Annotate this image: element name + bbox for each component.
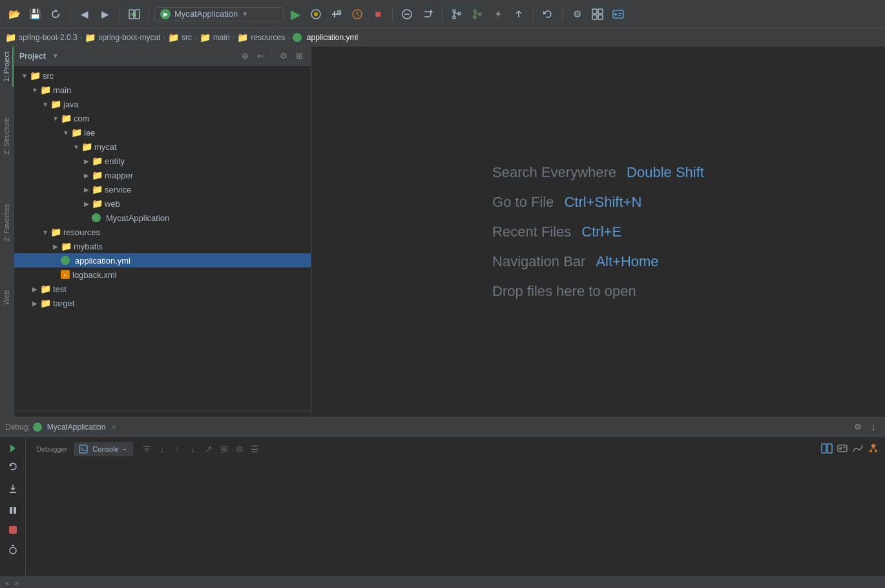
- tree-item-src[interactable]: 📁 src: [14, 68, 311, 83]
- expand-left-button[interactable]: «: [5, 579, 9, 587]
- view-breakpoints-button[interactable]: [4, 540, 22, 558]
- run-button[interactable]: ▶: [286, 5, 304, 23]
- hint-recent-label: Recent Files: [492, 224, 571, 240]
- tree-item-lee[interactable]: 📁 lee: [14, 125, 311, 140]
- push-button[interactable]: [510, 5, 528, 23]
- forward-button[interactable]: ▶: [96, 5, 114, 23]
- coverage-button[interactable]: [328, 5, 346, 23]
- settings-console-button[interactable]: ☰: [248, 442, 262, 456]
- yaml-icon-bc: [293, 33, 302, 42]
- svg-rect-27: [618, 15, 621, 16]
- back-button[interactable]: ◀: [76, 5, 94, 23]
- tree-item-logback[interactable]: x logback.xml: [14, 268, 311, 282]
- sidebar-tab-web[interactable]: Web: [1, 285, 14, 310]
- step-over-button[interactable]: [419, 5, 437, 23]
- open-folder-button[interactable]: 📂: [5, 5, 23, 23]
- settings-button[interactable]: ⚙: [568, 5, 586, 23]
- folder-icon-mybatis: 📁: [61, 241, 71, 251]
- panel-divider: |: [271, 50, 273, 63]
- tree-item-test[interactable]: 📁 test: [14, 282, 311, 296]
- tree-item-entity[interactable]: 📁 entity: [14, 154, 311, 168]
- debug-pin-button[interactable]: ↓: [867, 421, 880, 434]
- tree-item-mycat[interactable]: 📁 mycat: [14, 140, 311, 154]
- stop-debug-button[interactable]: [4, 521, 22, 539]
- folder-icon-3: 📁: [168, 32, 179, 43]
- breadcrumb-main[interactable]: 📁 main: [200, 32, 230, 43]
- hint-search-shortcut: Double Shift: [627, 164, 704, 181]
- run-config-selector[interactable]: ▶ MycatApplication ▼: [154, 7, 284, 21]
- folder-icon-com: 📁: [61, 113, 71, 123]
- horizontal-scrollbar[interactable]: [14, 412, 311, 417]
- save-button[interactable]: 💾: [26, 5, 44, 23]
- threads-icon[interactable]: [820, 442, 833, 455]
- tree-item-service[interactable]: 📁 service: [14, 182, 311, 196]
- show-diff-button[interactable]: [233, 442, 247, 456]
- tree-item-mapper[interactable]: 📁 mapper: [14, 168, 311, 182]
- svg-point-42: [839, 447, 842, 450]
- tree-label-appyml: application.yml: [75, 256, 130, 266]
- profile-button[interactable]: [348, 5, 366, 23]
- breadcrumb-resources[interactable]: 📁 resources: [237, 32, 285, 43]
- copy-button[interactable]: ⊞: [217, 442, 231, 456]
- resume-button[interactable]: [4, 439, 22, 457]
- toggle-button[interactable]: 01: [125, 5, 143, 23]
- git-branch-button[interactable]: [448, 5, 466, 23]
- run-config-icon: ▶: [160, 9, 171, 19]
- breadcrumb-spring-boot[interactable]: 📁 spring-boot-2.0.3: [5, 32, 78, 43]
- pause-debug-button[interactable]: [4, 501, 22, 520]
- sidebar-tab-favorites[interactable]: 2: Favorites: [1, 199, 14, 246]
- dump-icon[interactable]: [867, 442, 880, 455]
- collapse-all-button[interactable]: ⇐: [254, 50, 267, 63]
- tree-item-java[interactable]: 📁 java: [14, 97, 311, 111]
- breadcrumb-mycat[interactable]: 📁 spring-boot-mycat: [85, 32, 160, 43]
- debug-tab-close[interactable]: ✕: [110, 423, 117, 432]
- panel-settings-button[interactable]: ⚙: [277, 50, 290, 63]
- git-extra-button[interactable]: ✦: [489, 5, 507, 23]
- profile-icon[interactable]: [851, 442, 864, 455]
- sync-button[interactable]: [47, 5, 65, 23]
- folder-icon-5: 📁: [237, 32, 248, 43]
- stop-button[interactable]: ■: [369, 5, 387, 23]
- tree-label-mycatapp: MycatApplication: [106, 213, 169, 223]
- separator-7: [562, 7, 563, 21]
- tree-item-mycatapp[interactable]: MycatApplication: [14, 211, 311, 225]
- console-tab[interactable]: Console →: [74, 442, 132, 456]
- sidebar-tab-structure[interactable]: Z: Structure: [1, 112, 14, 160]
- locate-file-button[interactable]: ⊕: [238, 50, 251, 63]
- tree-item-com[interactable]: 📁 com: [14, 111, 311, 125]
- tree-item-target[interactable]: 📁 target: [14, 296, 311, 310]
- tree-item-resources[interactable]: 📁 resources: [14, 225, 311, 239]
- breadcrumb-src[interactable]: 📁 src: [168, 32, 192, 43]
- tree-item-mybatis[interactable]: 📁 mybatis: [14, 239, 311, 253]
- debug-button[interactable]: [307, 5, 325, 23]
- step-over-debug-button[interactable]: [4, 459, 22, 477]
- pin-console-button[interactable]: ↗: [202, 442, 216, 456]
- go-down-button[interactable]: ↓: [186, 442, 200, 456]
- structure-button[interactable]: [588, 5, 607, 23]
- hint-recent: Recent Files Ctrl+E: [492, 224, 704, 240]
- go-up-button[interactable]: ↑: [171, 442, 185, 456]
- tree-item-web[interactable]: 📁 web: [14, 196, 311, 211]
- scroll-down-button[interactable]: ↓: [155, 442, 169, 456]
- folder-icon-resources: 📁: [50, 227, 61, 237]
- arrow-src: [19, 70, 30, 81]
- undo-button[interactable]: [539, 5, 557, 23]
- panel-expand-button[interactable]: ⊞: [293, 50, 306, 63]
- debug-settings-button[interactable]: ⚙: [851, 421, 864, 434]
- debugger-tab[interactable]: Debugger: [31, 442, 72, 456]
- step-into-debug-button[interactable]: [4, 479, 22, 498]
- memory-icon[interactable]: [836, 442, 849, 455]
- expand-right-button[interactable]: »: [14, 579, 18, 587]
- folder-icon-mycat: 📁: [81, 142, 92, 152]
- sidebar-tab-project[interactable]: 1: Project: [1, 47, 14, 87]
- breadcrumb-yaml[interactable]: application.yml: [293, 33, 358, 42]
- hint-search-label: Search Everywhere: [492, 164, 616, 181]
- tree-item-main[interactable]: 📁 main: [14, 83, 311, 97]
- svg-rect-39: [822, 444, 826, 453]
- git-ops-button[interactable]: [468, 5, 486, 23]
- services-button[interactable]: [609, 5, 627, 23]
- breakpoints-button[interactable]: [398, 5, 416, 23]
- filter-console-button[interactable]: [140, 442, 154, 456]
- tree-item-appyml[interactable]: application.yml: [14, 253, 311, 268]
- arrow-main: [30, 85, 40, 95]
